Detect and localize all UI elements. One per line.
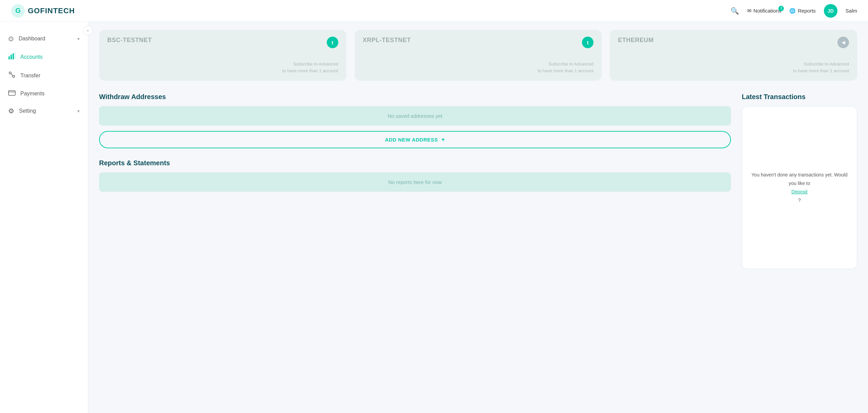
account-card-title-xrpl: XRPL-TESTNET	[363, 37, 411, 44]
sidebar-item-setting[interactable]: ⚙ Setting ▾	[0, 102, 88, 120]
left-column: Withdraw Addresses No saved addresses ye…	[99, 93, 731, 269]
svg-rect-5	[15, 52, 15, 59]
no-tx-text-part2: ?	[798, 198, 801, 203]
svg-rect-9	[8, 91, 15, 95]
payments-icon	[8, 90, 16, 97]
account-card-title-eth: ETHEREUM	[618, 37, 654, 44]
sidebar-item-label-payments: Payments	[20, 91, 44, 97]
no-tx-text-part1: You haven't done any transactions yet. W…	[752, 172, 848, 186]
sidebar-item-accounts[interactable]: Accounts	[0, 48, 88, 66]
reports-nav[interactable]: 🌐 Reports	[789, 8, 816, 14]
sidebar-item-label-setting: Setting	[19, 108, 36, 114]
notifications-nav[interactable]: ✉ Notifications 3	[747, 8, 781, 14]
account-card-header-bsc: BSC-TESTNET t	[107, 37, 338, 48]
svg-rect-2	[8, 56, 10, 59]
sidebar-collapse-button[interactable]: ‹	[83, 26, 93, 35]
user-name: Salm	[846, 8, 857, 14]
no-transactions-text: You haven't done any transactions yet. W…	[749, 171, 850, 205]
header: G GOFINTECH 🔍 ✉ Notifications 3 🌐 Report…	[0, 0, 868, 22]
lower-area: Withdraw Addresses No saved addresses ye…	[99, 93, 857, 269]
account-card-footer-bsc: Subscribe to Advanced to have more than …	[107, 61, 338, 74]
account-card-footer-eth: Subscribe to Advanced to have more than …	[618, 61, 849, 74]
sidebar-item-payments[interactable]: Payments	[0, 85, 88, 102]
sidebar-item-transfer[interactable]: Transfer	[0, 66, 88, 85]
account-card-ethereum[interactable]: ETHEREUM ◂ Subscribe to Advanced to have…	[610, 30, 857, 81]
mail-icon: ✉	[747, 8, 752, 14]
search-icon[interactable]: 🔍	[731, 7, 739, 15]
account-card-header-eth: ETHEREUM ◂	[618, 37, 849, 48]
transfer-icon	[8, 71, 16, 80]
logo-text: GOFINTECH	[28, 6, 75, 15]
account-card-footer-xrpl: Subscribe to Advanced to have more than …	[363, 61, 594, 74]
deposit-link[interactable]: Deposit	[791, 189, 807, 194]
svg-rect-3	[11, 55, 12, 59]
logo-icon: G	[11, 4, 25, 18]
notifications-badge: 3	[778, 6, 784, 11]
account-card-title-bsc: BSC-TESTNET	[107, 37, 152, 44]
notifications-label: Notifications	[754, 8, 781, 14]
layout: ‹ ⊙ Dashboard ▾ Accounts	[0, 22, 868, 413]
token-badge-xrpl: t	[582, 37, 593, 48]
reports-icon: 🌐	[789, 8, 796, 14]
latest-transactions-title: Latest Transactions	[742, 93, 857, 101]
accounts-icon	[8, 52, 16, 61]
chevron-down-icon: ▾	[77, 36, 80, 41]
svg-line-8	[11, 74, 13, 76]
no-addresses-text: No saved addresses yet	[388, 113, 442, 119]
add-address-label: ADD NEW ADDRESS	[385, 137, 438, 143]
sidebar-item-label-accounts: Accounts	[20, 54, 43, 60]
account-card-xrpl-testnet[interactable]: XRPL-TESTNET t Subscribe to Advanced to …	[355, 30, 602, 81]
reports-statements-title: Reports & Statements	[99, 159, 731, 167]
svg-rect-4	[13, 53, 14, 59]
sidebar-item-dashboard[interactable]: ⊙ Dashboard ▾	[0, 30, 88, 48]
chevron-down-icon-setting: ▾	[77, 109, 80, 114]
sidebar-item-label-transfer: Transfer	[20, 73, 40, 79]
no-reports-text: No reports here for now	[388, 179, 442, 185]
svg-text:G: G	[15, 7, 21, 14]
eth-badge: ◂	[837, 37, 849, 48]
reports-label: Reports	[798, 8, 816, 14]
add-new-address-button[interactable]: ADD NEW ADDRESS +	[99, 131, 731, 148]
no-reports-panel: No reports here for now	[99, 172, 731, 192]
right-column: Latest Transactions You haven't done any…	[742, 93, 857, 269]
latest-transactions-panel: You haven't done any transactions yet. W…	[742, 106, 857, 269]
dashboard-icon: ⊙	[8, 35, 14, 43]
avatar[interactable]: JD	[824, 4, 837, 18]
main-content: BSC-TESTNET t Subscribe to Advanced to h…	[88, 22, 868, 413]
no-addresses-panel: No saved addresses yet	[99, 106, 731, 126]
account-card-header-xrpl: XRPL-TESTNET t	[363, 37, 594, 48]
withdraw-addresses-title: Withdraw Addresses	[99, 93, 731, 101]
sidebar-item-label-dashboard: Dashboard	[19, 36, 45, 42]
sidebar: ‹ ⊙ Dashboard ▾ Accounts	[0, 22, 88, 413]
token-badge-bsc: t	[327, 37, 338, 48]
avatar-initials: JD	[828, 8, 834, 14]
account-card-bsc-testnet[interactable]: BSC-TESTNET t Subscribe to Advanced to h…	[99, 30, 346, 81]
sidebar-nav: ⊙ Dashboard ▾ Accounts	[0, 30, 88, 120]
plus-icon: +	[441, 136, 445, 143]
header-right: 🔍 ✉ Notifications 3 🌐 Reports JD Salm	[731, 4, 857, 18]
account-cards-row: BSC-TESTNET t Subscribe to Advanced to h…	[99, 30, 857, 81]
setting-icon: ⚙	[8, 107, 14, 115]
logo[interactable]: G GOFINTECH	[11, 4, 75, 18]
